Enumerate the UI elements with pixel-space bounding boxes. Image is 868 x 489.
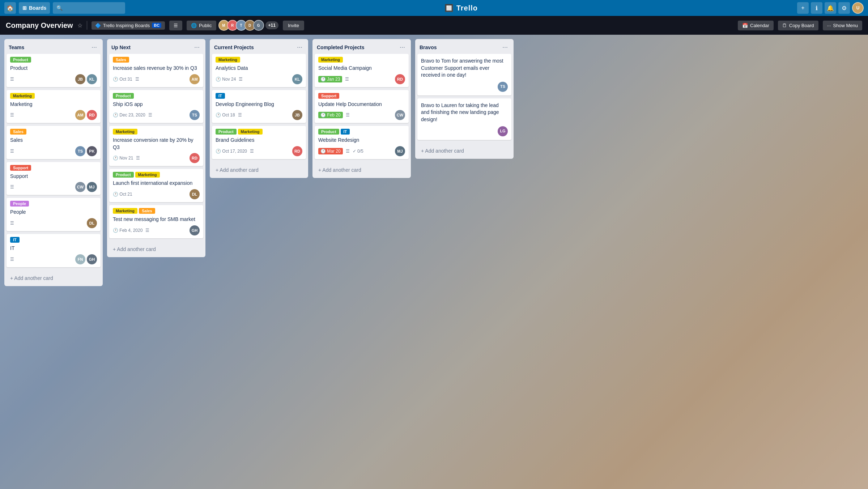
card[interactable]: ITDevelop Engineering Blog🕐 Oct 18☰JB xyxy=(212,90,306,123)
card-meta: ☰ xyxy=(10,184,14,190)
card-avatar[interactable]: DL xyxy=(190,189,200,199)
card-avatar[interactable]: TS xyxy=(75,146,85,156)
card[interactable]: SalesSales☰TSPK xyxy=(7,126,101,159)
card-due-date[interactable]: 🕐 Jan 23 xyxy=(318,76,342,82)
card-due-date[interactable]: 🕐 Feb 4, 2020 xyxy=(113,228,142,233)
card[interactable]: SupportSupport☰CWMJ xyxy=(7,162,101,195)
card-label-yellow: Marketing xyxy=(318,57,343,63)
column-title: Completed Projects xyxy=(317,44,364,50)
add-card-button[interactable]: + Add another card xyxy=(417,145,511,157)
member-count[interactable]: +11 xyxy=(265,21,278,29)
card-avatar[interactable]: AM xyxy=(190,74,200,84)
card-due-date[interactable]: 🕐 Oct 21 xyxy=(113,192,132,197)
card[interactable]: MarketingSalesTest new messaging for SMB… xyxy=(109,205,203,238)
card-avatar[interactable]: CW xyxy=(75,182,85,192)
card-avatar[interactable]: RD xyxy=(395,74,405,84)
notifications-button[interactable]: 🔔 xyxy=(825,2,836,14)
card[interactable]: SalesIncrease sales revenue by 30% in Q3… xyxy=(109,54,203,87)
card-due-date[interactable]: 🕐 Oct 31 xyxy=(113,77,132,82)
card-avatar[interactable]: TS xyxy=(190,110,200,120)
add-card-button[interactable]: + Add another card xyxy=(7,272,101,284)
card-avatar[interactable]: MJ xyxy=(87,182,97,192)
card[interactable]: ProductMarketingBrand Guidelines🕐 Oct 17… xyxy=(212,126,306,159)
card-avatar[interactable]: LG xyxy=(498,126,508,136)
description-icon: ☰ xyxy=(346,112,350,118)
card-avatar[interactable]: PK xyxy=(87,146,97,156)
card-footer: 🕐 Oct 31☰AM xyxy=(113,74,200,84)
card-avatar[interactable]: TS xyxy=(498,82,508,92)
card-due-date[interactable]: 🕐 Feb 20 xyxy=(318,112,343,118)
card-meta: ☰ xyxy=(10,221,14,226)
card-meta: 🕐 Feb 4, 2020☰ xyxy=(113,228,149,233)
add-card-button[interactable]: + Add another card xyxy=(109,243,203,255)
card-avatar[interactable]: RD xyxy=(190,153,200,163)
column-menu-button[interactable]: ··· xyxy=(193,43,201,52)
card-due-date[interactable]: 🕐 Mar 20 xyxy=(318,148,343,154)
bravos-card[interactable]: Bravo to Tom for answering the most Cust… xyxy=(417,54,511,95)
card-avatar[interactable]: KL xyxy=(87,74,97,84)
copy-board-button[interactable]: 🗒 Copy Board xyxy=(778,21,818,30)
card[interactable]: ProductProduct☰JBKL xyxy=(7,54,101,87)
card-meta: ☰ xyxy=(10,257,14,262)
card-due-date[interactable]: 🕐 Nov 21 xyxy=(113,156,133,161)
card-avatar[interactable]: GH xyxy=(87,254,97,264)
column-menu-button[interactable]: ··· xyxy=(90,43,98,52)
list-view-button[interactable]: ☰ xyxy=(169,21,182,30)
workspace-button[interactable]: 🔷 Trello Inspiring Boards BC xyxy=(92,21,165,30)
board-scroll-area[interactable]: Teams···ProductProduct☰JBKLMarketingMark… xyxy=(0,35,868,489)
card[interactable]: SupportUpdate Help Documentation🕐 Feb 20… xyxy=(315,90,409,123)
invite-button[interactable]: Invite xyxy=(283,21,304,30)
card-avatar[interactable]: GH xyxy=(190,225,200,235)
show-menu-button[interactable]: ··· Show Menu xyxy=(823,21,863,30)
card[interactable]: ProductMarketingLaunch first internation… xyxy=(109,169,203,202)
card[interactable]: MarketingAnalytics Data🕐 Nov 24☰KL xyxy=(212,54,306,87)
column-header: Completed Projects··· xyxy=(312,39,411,54)
visibility-button[interactable]: 🌐 Public xyxy=(187,21,216,30)
card[interactable]: MarketingMarketing☰AMRD xyxy=(7,90,101,123)
card[interactable]: MarketingSocial Media Campaign🕐 Jan 23☰R… xyxy=(315,54,409,87)
card-footer: ☰FNGH xyxy=(10,254,97,264)
bravos-card[interactable]: Bravo to Lauren for taking the lead and … xyxy=(417,98,511,140)
settings-button[interactable]: ⚙ xyxy=(838,2,850,14)
column-menu-button[interactable]: ··· xyxy=(501,43,509,52)
card-due-date[interactable]: 🕐 Oct 17, 2020 xyxy=(216,149,247,154)
card-avatar[interactable]: KL xyxy=(292,74,302,84)
member-avatar[interactable]: G xyxy=(253,20,264,31)
card-avatar[interactable]: CW xyxy=(395,110,405,120)
card-avatar[interactable]: RD xyxy=(292,146,302,156)
card[interactable]: PeoplePeople☰DL xyxy=(7,198,101,231)
card-avatar[interactable]: MJ xyxy=(395,146,405,156)
card-avatar[interactable]: AM xyxy=(75,110,85,120)
top-navigation: 🏠 ⊞ Boards 🔍 🔲 Trello + ℹ 🔔 ⚙ U xyxy=(0,0,868,16)
board-title: Company Overview xyxy=(6,21,73,30)
description-icon: ☰ xyxy=(148,112,152,118)
boards-button[interactable]: ⊞ Boards xyxy=(19,2,50,14)
card-due-date[interactable]: 🕐 Oct 18 xyxy=(216,112,235,118)
card-avatar[interactable]: JB xyxy=(75,74,85,84)
description-icon: ☰ xyxy=(346,149,350,154)
calendar-button[interactable]: 📅 Calendar xyxy=(738,21,774,30)
star-button[interactable]: ☆ xyxy=(77,22,82,29)
card[interactable]: ProductITWebsite Redesign🕐 Mar 20☰✓ 0/5M… xyxy=(315,126,409,159)
search-bar[interactable]: 🔍 xyxy=(53,2,125,14)
card[interactable]: ProductShip iOS app🕐 Dec 23, 2020☰TS xyxy=(109,90,203,123)
card-due-date[interactable]: 🕐 Dec 23, 2020 xyxy=(113,112,145,118)
card[interactable]: MarketingIncrease conversion rate by 20%… xyxy=(109,126,203,166)
card-avatar[interactable]: RD xyxy=(87,110,97,120)
add-card-button[interactable]: + Add another card xyxy=(212,164,306,176)
card-footer: 🕐 Jan 23☰RD xyxy=(318,74,405,84)
card-due-date[interactable]: 🕐 Nov 24 xyxy=(216,77,236,82)
home-button[interactable]: 🏠 xyxy=(4,2,16,14)
column-menu-button[interactable]: ··· xyxy=(295,43,304,52)
info-button[interactable]: ℹ xyxy=(811,2,822,14)
column-menu-button[interactable]: ··· xyxy=(398,43,407,52)
card[interactable]: ITIT☰FNGH xyxy=(7,234,101,267)
card-avatar[interactable]: DL xyxy=(87,218,97,228)
user-avatar[interactable]: U xyxy=(852,2,864,14)
card-avatar[interactable]: FN xyxy=(75,254,85,264)
description-icon: ☰ xyxy=(145,228,149,233)
card-footer: 🕐 Feb 20☰CW xyxy=(318,110,405,120)
add-card-button[interactable]: + Add another card xyxy=(315,164,409,176)
card-avatar[interactable]: JB xyxy=(292,110,302,120)
add-button[interactable]: + xyxy=(797,2,809,14)
